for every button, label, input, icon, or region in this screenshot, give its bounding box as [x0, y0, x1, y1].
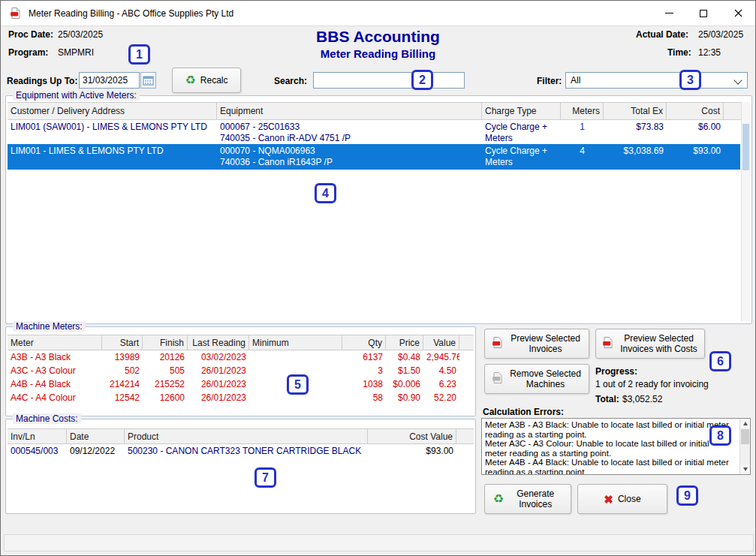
equipment-group-label: Equipment with Active Meters: — [13, 90, 140, 101]
col-header-charge-type[interactable]: Charge Type — [482, 103, 561, 119]
app-icon — [9, 7, 22, 20]
preview-invoices-costs-button[interactable]: Preview Selected Invoices with Costs — [595, 329, 705, 359]
col-header-minimum[interactable]: Minimum — [249, 335, 342, 350]
col-header-cost[interactable]: Cost — [667, 103, 724, 119]
cell-last-reading: 26/01/2023 — [188, 392, 249, 404]
annotation-6: 6 — [709, 351, 731, 371]
cell-charge-type: Cycle Charge + Meters — [482, 122, 561, 144]
cell-minimum — [249, 352, 342, 364]
col-header-qty[interactable]: Qty — [342, 335, 386, 350]
recycle-icon: ♻ — [493, 493, 504, 505]
cell-price: $0.48 — [386, 352, 423, 364]
cell-start: 12542 — [102, 392, 143, 404]
close-button[interactable]: ✖ Close — [577, 484, 667, 514]
cell-meters: 4 — [561, 146, 604, 170]
actual-date-label: Actual Date: — [636, 29, 688, 40]
col-header-start[interactable]: Start — [102, 335, 143, 350]
col-header-finish[interactable]: Finish — [143, 335, 188, 350]
cell-total-ex: $3,038.69 — [604, 146, 667, 170]
meter-row[interactable]: A4C - A4 Colour 12542 12600 26/01/2023 5… — [8, 391, 458, 404]
machine-costs-group: Machine Costs: Inv/Ln Date Product Cost … — [5, 419, 476, 514]
errors-scroll-down-button[interactable] — [740, 464, 750, 474]
preview-invoices-button[interactable]: Preview Selected Invoices — [484, 329, 589, 359]
cell-last-reading: 26/01/2023 — [188, 379, 249, 391]
date-picker-button[interactable] — [140, 72, 156, 89]
remove-machines-button[interactable]: Remove Selected Machines — [484, 364, 589, 394]
time-value: 12:35 — [698, 47, 721, 58]
cell-value: 4.50 — [423, 365, 459, 377]
equipment-group: Equipment with Active Meters: Customer /… — [5, 95, 752, 324]
recalc-button-label: Recalc — [200, 75, 228, 86]
errors-scrollbar-thumb[interactable] — [741, 429, 749, 444]
col-header-inv-ln[interactable]: Inv/Ln — [8, 429, 67, 443]
cell-finish: 505 — [143, 365, 188, 377]
calculation-errors-text: Meter A3B - A3 Black: Unable to locate l… — [485, 420, 729, 475]
cell-cost: $93.00 — [667, 146, 724, 170]
col-header-date[interactable]: Date — [67, 429, 125, 443]
col-header-last-reading[interactable]: Last Reading — [188, 335, 249, 350]
cell-meter: A4C - A4 Colour — [8, 392, 102, 404]
error-line: Meter A4B - A4 Black: Unable to locate l… — [485, 458, 729, 475]
col-header-price[interactable]: Price — [386, 335, 423, 350]
col-header-customer[interactable]: Customer / Delivery Address — [8, 103, 217, 119]
search-input[interactable] — [313, 72, 465, 89]
recalc-button[interactable]: ♻ Recalc — [172, 68, 241, 93]
col-header-meter[interactable]: Meter — [8, 335, 102, 350]
machine-meters-table-header: Meter Start Finish Last Reading Minimum … — [8, 335, 474, 350]
generate-invoices-label: Generate Invoices — [508, 488, 562, 510]
generate-invoices-button[interactable]: ♻ Generate Invoices — [484, 484, 571, 514]
actual-date-value: 25/03/2025 — [698, 29, 743, 40]
equipment-line-2: 740035 - Canon iR-ADV 4751 /P — [220, 133, 479, 144]
equipment-row[interactable]: LIM001 (SAW001) - LIMES & LEMONS PTY LTD… — [8, 120, 740, 144]
readings-up-to-label: Readings Up To: — [7, 76, 77, 86]
equipment-line-1: 000070 - NQMA006963 — [220, 146, 479, 157]
progress-text: 1 out of 2 ready for invoicing — [595, 379, 709, 389]
close-window-icon — [734, 9, 742, 17]
cost-row[interactable]: 000545/003 09/12/2022 500230 - CANON CAR… — [8, 444, 458, 458]
equipment-scrollbar[interactable] — [741, 102, 750, 321]
annotation-8: 8 — [709, 425, 731, 446]
col-header-value[interactable]: Value — [423, 335, 459, 350]
annotation-7: 7 — [255, 467, 276, 488]
cell-price: $0.006 — [386, 379, 423, 391]
cell-date: 09/12/2022 — [67, 446, 125, 458]
readings-up-to-input[interactable] — [79, 72, 140, 89]
col-header-product[interactable]: Product — [125, 429, 368, 443]
minimize-button[interactable] — [652, 1, 686, 26]
search-label: Search: — [274, 76, 307, 86]
filter-select[interactable]: All — [565, 72, 748, 89]
cell-value: 2,945.76 — [423, 352, 459, 364]
annotation-5: 5 — [287, 374, 309, 395]
filter-label: Filter: — [537, 76, 562, 86]
col-header-cost-value[interactable]: Cost Value — [368, 429, 456, 443]
arrow-down-icon — [743, 467, 748, 471]
cell-value: 52.20 — [423, 392, 459, 404]
total-label: Total: — [595, 394, 619, 404]
error-line: Meter A3C - A3 Colour: Unable to locate … — [485, 439, 729, 458]
col-header-equipment[interactable]: Equipment — [217, 103, 482, 119]
annotation-1: 1 — [128, 44, 150, 65]
time-label: Time: — [667, 47, 691, 58]
close-window-button[interactable] — [721, 1, 755, 26]
meter-row[interactable]: A4B - A4 Black 214214 215252 26/01/2023 … — [8, 377, 458, 391]
cell-qty: 1038 — [342, 379, 386, 391]
page-subtitle: Meter Reading Billing — [1, 47, 755, 60]
errors-scrollbar[interactable] — [739, 419, 750, 474]
equipment-row-selected[interactable]: LIM001 - LIMES & LEMONS PTY LTD 000070 -… — [8, 144, 740, 170]
equipment-scrollbar-thumb[interactable] — [742, 124, 749, 170]
meter-row[interactable]: A3B - A3 Black 13989 20126 03/02/2023 61… — [8, 350, 458, 364]
col-header-total-ex[interactable]: Total Ex — [604, 103, 667, 119]
maximize-icon — [700, 10, 707, 17]
meter-row[interactable]: A3C - A3 Colour 502 505 26/01/2023 3 $1.… — [8, 364, 458, 377]
pdf-icon — [601, 336, 614, 351]
cell-meter: A3C - A3 Colour — [8, 365, 102, 377]
cell-equipment: 000070 - NQMA006963 740036 - Canon iR164… — [217, 146, 482, 170]
col-header-meters[interactable]: Meters — [561, 103, 604, 119]
cell-total-ex: $73.83 — [604, 122, 667, 144]
maximize-button[interactable] — [686, 1, 721, 26]
errors-scroll-up-button[interactable] — [740, 419, 750, 428]
cell-cost: $6.00 — [667, 122, 724, 144]
cell-start: 502 — [102, 365, 143, 377]
close-x-icon: ✖ — [604, 494, 613, 505]
cell-finish: 215252 — [143, 379, 188, 391]
